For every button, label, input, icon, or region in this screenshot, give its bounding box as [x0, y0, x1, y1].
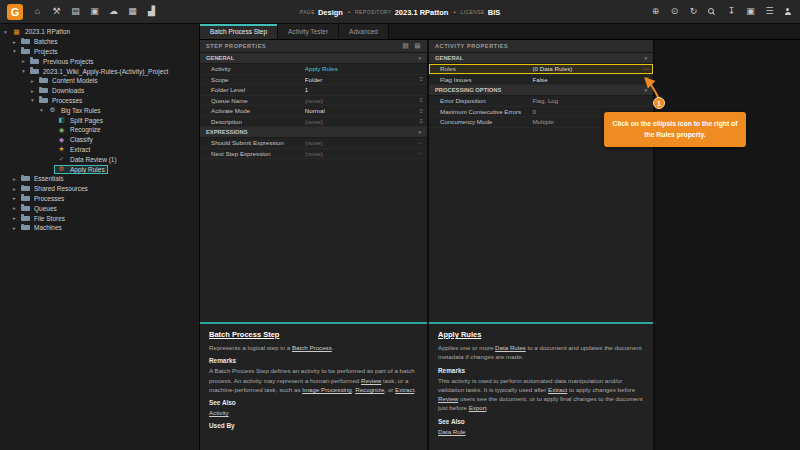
tree-item-previous-projects[interactable]: ▸Previous Projects	[0, 56, 199, 66]
chevron-down-icon[interactable]: ▾	[38, 107, 45, 113]
tab-advanced[interactable]: Advanced	[339, 24, 389, 39]
cloud-upload-icon[interactable]: ☁	[109, 7, 118, 16]
tools-icon[interactable]: ⚒	[52, 7, 61, 16]
chevron-collapse-icon[interactable]: ▾	[418, 129, 421, 135]
doc-link-extract[interactable]: Extract	[395, 386, 414, 393]
property-row-activity[interactable]: ▸ActivityApply Rules	[200, 64, 427, 75]
chevron-collapse-icon[interactable]: ▾	[644, 55, 647, 61]
group-header-expressions[interactable]: EXPRESSIONS▾	[200, 127, 427, 138]
property-row-queue-name[interactable]: Queue Name(none)≡	[200, 96, 427, 107]
chevron-down-icon[interactable]: ▾	[29, 97, 36, 103]
property-row-description[interactable]: Description(none)≡	[200, 117, 427, 128]
property-row-should-submit-expression[interactable]: Should Submit Expression(none)⋯	[200, 138, 427, 149]
tree-item-apply-rules[interactable]: ⚙Apply Rules	[0, 164, 199, 174]
close-icon[interactable]: ⊠	[415, 42, 421, 50]
tree-item-split-pages[interactable]: ◧Split Pages	[0, 115, 199, 125]
stats-chart-icon[interactable]: ▟	[147, 7, 156, 16]
chevron-right-icon[interactable]: ▸	[11, 205, 18, 211]
doc-title-batch-process-step[interactable]: Batch Process Step	[209, 330, 418, 339]
menu-icon[interactable]: ≡	[419, 108, 423, 114]
home-icon[interactable]: ⌂	[33, 7, 42, 16]
layers-icon[interactable]: ☰	[765, 7, 774, 16]
group-header-general[interactable]: GENERAL▾	[429, 53, 653, 64]
ellipsis-icon[interactable]: ⋯	[417, 140, 423, 146]
refresh-icon[interactable]: ↻	[689, 7, 698, 16]
top-bar: G ⌂⚒▤▣☁▦▟ PAGEDesign•REPOSITORY2023.1 RP…	[0, 0, 800, 24]
chevron-right-icon[interactable]: ▸	[11, 195, 18, 201]
chevron-down-icon[interactable]: ▾	[11, 48, 18, 54]
chevron-right-icon[interactable]: ▸	[11, 186, 18, 192]
tree-item-projects[interactable]: ▾Projects	[0, 47, 199, 57]
search-icon[interactable]	[708, 8, 717, 15]
tree-item-2023-1-wiki-apply-rules-activity-project[interactable]: ▾2023.1_Wiki_Apply-Rules-(Activity)_Proj…	[0, 66, 199, 76]
ellipsis-icon[interactable]: ⋯	[417, 150, 423, 156]
chevron-right-icon[interactable]: ▸	[20, 58, 27, 64]
doc-link-image-processing[interactable]: Image Processing	[302, 386, 352, 393]
doc-link-extract[interactable]: Extract	[548, 386, 567, 393]
app-logo[interactable]: G	[7, 4, 23, 20]
menu-icon[interactable]: ≡	[419, 118, 423, 124]
menu-icon[interactable]: ≡	[419, 76, 423, 82]
doc-link-data-rule[interactable]: Data Rule	[438, 428, 466, 435]
doc-link-batch-process[interactable]: Batch Process	[292, 344, 332, 351]
property-row-folder-level[interactable]: Folder Level1	[200, 85, 427, 96]
property-name-label: Folder Level	[211, 86, 245, 93]
projects-icon[interactable]: ▣	[90, 7, 99, 16]
property-row-scope[interactable]: ScopeFolder≡	[200, 75, 427, 86]
doc-link-recognize[interactable]: Recognize	[355, 386, 384, 393]
property-row-rules[interactable]: Rules(0 Data Rules)⋯	[429, 64, 653, 75]
menu-icon[interactable]: ≡	[645, 76, 649, 82]
tree-item-batches[interactable]: ▸Batches	[0, 37, 199, 47]
batches-icon[interactable]: ▤	[71, 7, 80, 16]
tree-item-extract[interactable]: ★Extract	[0, 145, 199, 155]
tree-item-processes[interactable]: ▾Processes	[0, 96, 199, 106]
chevron-right-icon[interactable]: ▸	[29, 88, 36, 94]
group-header-processing-options[interactable]: PROCESSING OPTIONS▾	[429, 85, 653, 96]
chevron-down-icon[interactable]: ▾	[20, 68, 27, 74]
save-icon[interactable]: ▤	[402, 42, 409, 50]
ellipsis-icon[interactable]: ⋯	[643, 66, 649, 72]
node-tree[interactable]: ▾▦2023.1 RPatton▸Batches▾Projects▸Previo…	[0, 24, 200, 450]
chevron-right-icon[interactable]: ▸	[11, 176, 18, 182]
doc-title-apply-rules[interactable]: Apply Rules	[438, 330, 644, 339]
chevron-right-icon[interactable]: ▸	[29, 78, 36, 84]
tree-item-machines[interactable]: ▸Machines	[0, 223, 199, 233]
tree-item-file-stores[interactable]: ▸File Stores	[0, 213, 199, 223]
tab-activity-tester[interactable]: Activity Tester	[278, 24, 339, 39]
tree-item-queues[interactable]: ▸Queues	[0, 203, 199, 213]
doc-link-activity[interactable]: Activity	[209, 409, 229, 416]
tree-item-downloads[interactable]: ▸Downloads	[0, 86, 199, 96]
property-row-flag-issues[interactable]: Flag IssuesFalse≡	[429, 75, 653, 86]
doc-link-export[interactable]: Export	[469, 404, 487, 411]
tree-item-classify[interactable]: ◆Classify	[0, 135, 199, 145]
tree-item-content-models[interactable]: ▸Content Models	[0, 76, 199, 86]
doc-link-data-rules[interactable]: Data Rules	[495, 344, 526, 351]
chevron-right-icon[interactable]: ▸	[11, 225, 18, 231]
record-circle-icon[interactable]: ⊙	[670, 7, 679, 16]
chevron-down-icon[interactable]: ▾	[2, 29, 9, 35]
tab-batch-process-step[interactable]: Batch Process Step	[200, 24, 278, 39]
download-icon[interactable]: ↧	[727, 7, 736, 16]
tree-item-essentials[interactable]: ▸Essentials	[0, 174, 199, 184]
tree-item-big-tax-rules[interactable]: ▾⚙Big Tax Rules	[0, 105, 199, 115]
chevron-right-icon[interactable]: ▸	[11, 215, 18, 221]
chevron-collapse-icon[interactable]: ▾	[644, 87, 647, 93]
menu-icon[interactable]: ≡	[419, 97, 423, 103]
tree-item-processes[interactable]: ▸Processes	[0, 194, 199, 204]
tree-item-recognize[interactable]: ◉Recognize	[0, 125, 199, 135]
resources-icon[interactable]: ▦	[128, 7, 137, 16]
doc-link-review[interactable]: Review	[438, 395, 458, 402]
tree-item-2023-1-rpatton[interactable]: ▾▦2023.1 RPatton	[0, 27, 199, 37]
add-circle-icon[interactable]: ⊕	[651, 7, 660, 16]
chevron-right-icon[interactable]: ▸	[11, 39, 18, 45]
user-icon[interactable]	[784, 8, 793, 15]
group-header-general[interactable]: GENERAL▾	[200, 53, 427, 64]
save-icon[interactable]: ▣	[746, 7, 755, 16]
tree-item-shared-resources[interactable]: ▸Shared Resources	[0, 184, 199, 194]
doc-link-review[interactable]: Review	[361, 377, 381, 384]
property-row-error-disposition[interactable]: ▸Error DispositionFlag, Log	[429, 96, 653, 107]
property-row-next-step-expression[interactable]: Next Step Expression(none)⋯	[200, 149, 427, 160]
tree-item-data-review-1[interactable]: ✓Data Review (1)	[0, 154, 199, 164]
chevron-collapse-icon[interactable]: ▾	[418, 55, 421, 61]
property-row-activate-mode[interactable]: Activate ModeNormal≡	[200, 106, 427, 117]
